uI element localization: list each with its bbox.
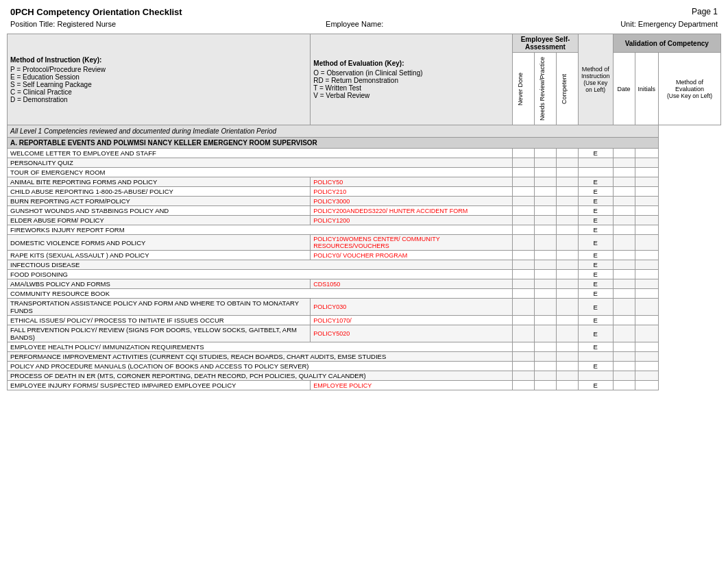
- table-row: EMPLOYEE INJURY FORMS/ SUSPECTED IMPAIRE…: [8, 381, 721, 390]
- page-header: 0PCH Competency Orientation Checklist Pa…: [7, 7, 721, 17]
- position-title: Position Title: Registered Nurse: [10, 20, 116, 28]
- notice-row: All Level 1 Competencies reviewed and do…: [8, 125, 721, 138]
- sub-header: Position Title: Registered Nurse Employe…: [7, 20, 721, 28]
- table-row: BURN REPORTING ACT FORM/POLICY POLICY300…: [8, 197, 721, 206]
- document-title: 0PCH Competency Orientation Checklist: [10, 7, 182, 17]
- main-table: Method of Instruction (Key): P = Protoco…: [7, 34, 721, 390]
- table-row: TOUR OF EMERGENCY ROOM: [8, 168, 721, 177]
- table-row: ANIMAL BITE REPORTING FORMS AND POLICY P…: [8, 177, 721, 187]
- needs-review-header: Needs Review/Practice: [534, 53, 556, 125]
- table-row: ETHICAL ISSUES/ POLICY/ PROCESS TO INITI…: [8, 316, 721, 325]
- self-assessment-header: Employee Self-Assessment: [512, 34, 578, 53]
- table-row: DOMESTIC VIOLENCE FORMS AND POLICY POLIC…: [8, 235, 721, 251]
- never-done-header: Never Done: [512, 53, 534, 125]
- page-number: Page 1: [692, 7, 718, 16]
- method-instruction-col-header: Method of Instruction (Use Key on Left): [578, 34, 613, 125]
- table-row: POLICY AND PROCEDURE MANUALS (LOCATION O…: [8, 362, 721, 371]
- table-row: PERSONALITY QUIZ: [8, 158, 721, 168]
- unit-info: Unit: Emergency Department: [620, 20, 718, 28]
- table-row: FOOD POISONING E: [8, 270, 721, 279]
- employee-name: Employee Name:: [326, 20, 411, 28]
- table-row: PROCESS OF DEATH IN ER (MTS, CORONER REP…: [8, 371, 721, 381]
- table-row: CHILD ABUSE REPORTING 1-800-25-ABUSE/ PO…: [8, 187, 721, 197]
- table-row: INFECTIOUS DISEASE E: [8, 260, 721, 270]
- validation-header: Validation of Competency: [613, 34, 720, 53]
- competent-header: Competent: [556, 53, 578, 125]
- table-row: GUNSHOT WOUNDS AND STABBINGS POLICY AND …: [8, 206, 721, 216]
- table-row: WELCOME LETTER TO EMPLOYEE AND STAFF E: [8, 149, 721, 158]
- table-row: COMMUNITY RESOURCE BOOK E: [8, 289, 721, 299]
- table-row: TRANSPORTATION ASSISTANCE POLICY AND FOR…: [8, 299, 721, 316]
- table-row: PERFORMANCE IMPROVEMENT ACTIVITIES (CURR…: [8, 352, 721, 362]
- section-a-header: A. REPORTABLE EVENTS AND POLWMSI NANCY K…: [8, 138, 721, 149]
- initials-header: Initials: [635, 53, 659, 125]
- table-row: EMPLOYEE HEALTH POLICY/ IMMUNIZATION REQ…: [8, 342, 721, 352]
- method-eval-header: Method of Evaluation (Use Key on Left): [659, 53, 721, 125]
- key-evaluation: Method of Evaluation (Key): O = Observat…: [311, 34, 513, 125]
- key-instruction: Method of Instruction (Key): P = Protoco…: [8, 34, 311, 125]
- date-header: Date: [613, 53, 635, 125]
- table-row: FIREWORKS INJURY REPORT FORM E: [8, 225, 721, 235]
- table-row: RAPE KITS (SEXUAL ASSAULT ) AND POLICY P…: [8, 251, 721, 260]
- table-row: FALL PREVENTION POLICY/ REVIEW (SIGNS FO…: [8, 325, 721, 342]
- table-row: ELDER ABUSE FORM/ POLICY POLICY1200 E: [8, 216, 721, 225]
- table-row: AMA/LWBS POLICY AND FORMS CDS1050 E: [8, 279, 721, 289]
